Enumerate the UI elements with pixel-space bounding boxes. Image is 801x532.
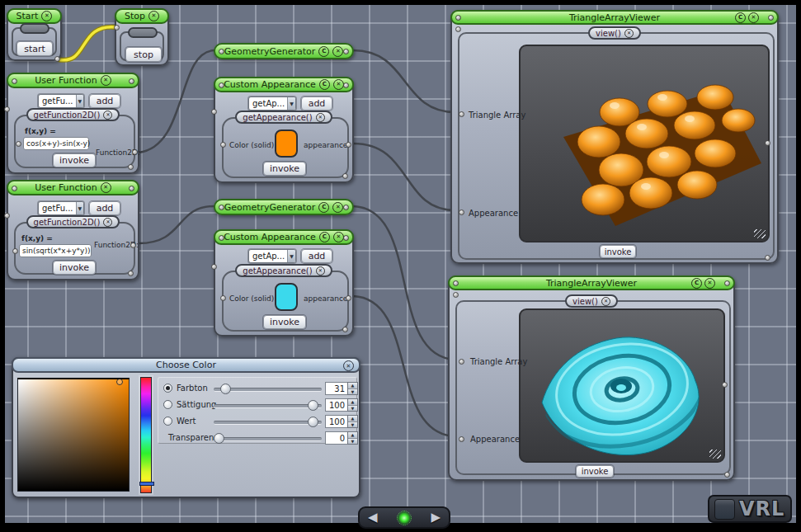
- custom-appearance-2-left-connector[interactable]: [211, 264, 217, 270]
- close-icon[interactable]: ✕: [316, 113, 325, 122]
- color-input-connector[interactable]: [220, 295, 226, 301]
- copy-icon[interactable]: C: [735, 12, 746, 23]
- method-dropdown[interactable]: getAp... ▼: [248, 97, 296, 111]
- titlebar-connector-left[interactable]: [453, 280, 459, 286]
- add-method-button[interactable]: add: [301, 97, 332, 111]
- hue-slider[interactable]: [214, 388, 322, 392]
- color-input-connector[interactable]: [220, 142, 226, 148]
- appearance-output-connector[interactable]: [346, 142, 351, 148]
- stop-node[interactable]: Stop ✕ stop: [115, 8, 169, 66]
- copy-icon[interactable]: C: [691, 278, 702, 289]
- chevron-down-icon[interactable]: ▼: [76, 95, 84, 107]
- close-icon[interactable]: ✕: [101, 182, 111, 193]
- custom-appearance-1-node[interactable]: Custom Appearance C ✕ getAp... ▼ add get…: [214, 77, 354, 183]
- transparency-slider[interactable]: [214, 437, 322, 441]
- close-icon[interactable]: ✕: [101, 75, 111, 86]
- viewer-2-3d-viewport[interactable]: [519, 308, 725, 463]
- view-method-header[interactable]: view() ✕: [588, 26, 641, 40]
- titlebar-connector-left[interactable]: [219, 235, 224, 241]
- invoke-button[interactable]: invoke: [53, 153, 96, 167]
- appearance-output-connector[interactable]: [346, 295, 351, 301]
- invoke-button[interactable]: invoke: [263, 162, 306, 176]
- value-slider[interactable]: [214, 421, 322, 425]
- invoke-button[interactable]: invoke: [53, 261, 96, 275]
- viewer-1-titlebar[interactable]: TriangleArrayViewer: [450, 10, 779, 25]
- transparency-spinner[interactable]: ▲ ▼: [347, 431, 358, 445]
- hue-marker[interactable]: [139, 482, 154, 486]
- close-icon[interactable]: ✕: [333, 79, 344, 90]
- hue-value-field[interactable]: 31: [325, 382, 348, 395]
- method-header[interactable]: getFunction2D() ✕: [26, 108, 120, 121]
- start-button[interactable]: start: [16, 41, 53, 56]
- method-dropdown[interactable]: getAp... ▼: [248, 249, 296, 263]
- color-swatch[interactable]: [275, 283, 298, 311]
- close-icon[interactable]: ✕: [316, 266, 325, 275]
- custom-appearance-2-titlebar[interactable]: Custom Appearance C ✕: [214, 229, 354, 245]
- method-header[interactable]: getAppearance() ✕: [235, 264, 332, 277]
- hue-slider-handle[interactable]: [220, 384, 231, 394]
- output-connector[interactable]: [343, 205, 349, 210]
- value-value-field[interactable]: 100: [325, 415, 348, 428]
- titlebar-connector-right[interactable]: [129, 78, 134, 84]
- add-method-button[interactable]: add: [89, 201, 120, 215]
- copy-icon[interactable]: C: [318, 202, 329, 213]
- input-connector[interactable]: [219, 49, 224, 54]
- param-input-connector[interactable]: [16, 141, 21, 147]
- chevron-down-icon[interactable]: ▼: [287, 250, 295, 262]
- triangle-array-viewer-2-window[interactable]: TriangleArrayViewer C ✕ view() ✕: [448, 275, 735, 481]
- method-dropdown[interactable]: getFu... ▼: [38, 94, 84, 108]
- chevron-down-icon[interactable]: ▼: [287, 97, 295, 110]
- appearance-input-connector[interactable]: [459, 436, 464, 442]
- method-dropdown[interactable]: getFu... ▼: [38, 201, 84, 215]
- corner-connector[interactable]: [342, 327, 348, 332]
- stop-input-connector[interactable]: [114, 25, 120, 31]
- close-icon[interactable]: ✕: [332, 202, 343, 213]
- output-connector[interactable]: [130, 242, 136, 248]
- user-function-2-left-connector[interactable]: [4, 213, 10, 219]
- close-icon[interactable]: ✕: [343, 360, 354, 371]
- expression-input[interactable]: cos(x+y)-sin(x-y): [23, 137, 89, 150]
- close-icon[interactable]: ✕: [601, 297, 610, 306]
- close-icon[interactable]: ✕: [103, 111, 112, 120]
- method-header[interactable]: getAppearance() ✕: [235, 111, 332, 124]
- stop-button[interactable]: stop: [125, 47, 162, 62]
- titlebar-connector-left[interactable]: [455, 15, 461, 21]
- corner-connector[interactable]: [128, 164, 134, 170]
- close-icon[interactable]: ✕: [748, 12, 759, 23]
- saturation-value-field[interactable]: 100: [325, 398, 348, 412]
- window-connector[interactable]: [453, 292, 459, 298]
- corner-connector[interactable]: [724, 472, 730, 478]
- saturation-spinner[interactable]: ▲ ▼: [347, 398, 358, 412]
- close-icon[interactable]: ✕: [41, 11, 52, 21]
- method-header[interactable]: getFunction2D() ✕: [26, 215, 120, 228]
- spin-down-icon[interactable]: ▼: [348, 388, 357, 395]
- geometry-generator-2-node[interactable]: GeometryGenerator C ✕: [214, 199, 354, 215]
- close-icon[interactable]: ✕: [704, 278, 715, 289]
- close-icon[interactable]: ✕: [103, 218, 112, 227]
- close-icon[interactable]: ✕: [624, 29, 634, 38]
- titlebar-connector-right[interactable]: [343, 235, 349, 241]
- param-input-connector[interactable]: [12, 248, 18, 254]
- stop-node-titlebar[interactable]: Stop ✕: [115, 8, 169, 24]
- close-icon[interactable]: ✕: [332, 46, 343, 57]
- appearance-input-connector[interactable]: [459, 210, 464, 215]
- user-function-2-node[interactable]: User Function ✕ getFu... ▼ add getFuncti…: [7, 180, 139, 280]
- titlebar-connector-left[interactable]: [219, 82, 224, 88]
- viewport-resize-handle[interactable]: [709, 450, 721, 459]
- view-method-header[interactable]: view() ✕: [565, 294, 618, 308]
- window-connector[interactable]: [455, 26, 461, 32]
- color-swatch[interactable]: [275, 129, 298, 158]
- triangle-array-viewer-1-window[interactable]: TriangleArrayViewer C ✕ view() ✕: [450, 10, 779, 264]
- input-connector[interactable]: [219, 205, 224, 210]
- saturation-slider-handle[interactable]: [308, 400, 318, 411]
- triangle-array-input-connector[interactable]: [459, 359, 464, 365]
- invoke-button[interactable]: invoke: [576, 465, 614, 478]
- spin-down-icon[interactable]: ▼: [348, 438, 357, 445]
- copy-icon[interactable]: C: [319, 232, 330, 242]
- start-node-titlebar[interactable]: Start ✕: [7, 8, 62, 24]
- close-icon[interactable]: ✕: [148, 11, 159, 21]
- transparency-value-field[interactable]: 0: [325, 431, 348, 445]
- add-method-button[interactable]: add: [301, 249, 332, 263]
- value-slider-handle[interactable]: [308, 417, 318, 427]
- output-connector[interactable]: [132, 149, 138, 155]
